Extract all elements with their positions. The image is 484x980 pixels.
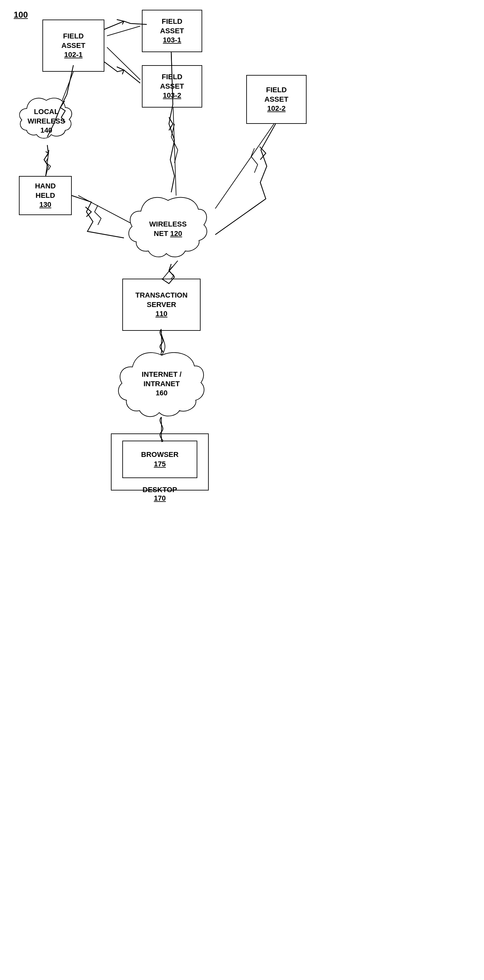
transaction-server-110-label: TRANSACTIONSERVER xyxy=(135,291,187,309)
internet-intranet-number: 160 xyxy=(142,388,181,398)
desktop-170-label: DESKTOP xyxy=(142,485,177,494)
hand-held-130-node: HANDHELD 130 xyxy=(19,176,72,215)
field-asset-103-1-number: 103-1 xyxy=(163,35,181,45)
field-asset-103-2-number: 103-2 xyxy=(163,91,181,100)
field-asset-102-1-node: FIELDASSET 102-1 xyxy=(42,19,104,72)
desktop-170-label-area: DESKTOP 170 xyxy=(116,485,204,503)
field-asset-102-2-number: 102-2 xyxy=(267,104,285,113)
local-wireless-number: 140 xyxy=(28,126,65,135)
internet-intranet-160-node: INTERNET /INTRANET 160 xyxy=(113,348,210,420)
desktop-170-outer xyxy=(111,433,209,490)
field-asset-102-2-node: FIELDASSET 102-2 xyxy=(246,75,307,124)
hand-held-130-label: HANDHELD xyxy=(35,181,56,200)
wireless-net-text: WIRELESSNET 120 xyxy=(149,220,187,238)
transaction-server-110-node: TRANSACTIONSERVER 110 xyxy=(122,278,201,331)
local-wireless-text: LOCALWIRELESS 140 xyxy=(28,107,65,135)
local-wireless-label: LOCALWIRELESS xyxy=(28,107,65,126)
svg-line-5 xyxy=(46,150,49,176)
local-wireless-140-node: LOCALWIRELESS 140 xyxy=(14,94,79,149)
internet-intranet-text: INTERNET /INTRANET 160 xyxy=(142,370,181,398)
svg-line-1 xyxy=(107,47,140,80)
field-asset-102-1-number: 102-1 xyxy=(64,50,83,60)
transaction-server-110-number: 110 xyxy=(156,309,168,319)
internet-intranet-label: INTERNET /INTRANET xyxy=(142,370,181,388)
field-asset-102-1-label: FIELDASSET xyxy=(61,32,85,50)
field-asset-103-1-node: FIELDASSET 103-1 xyxy=(142,10,202,52)
desktop-170-number: 170 xyxy=(154,494,166,502)
hand-held-130-number: 130 xyxy=(40,200,51,210)
wireless-net-label: WIRELESSNET 120 xyxy=(149,220,187,238)
field-asset-103-1-label: FIELDASSET xyxy=(160,17,184,35)
diagram-label: 100 xyxy=(14,10,28,20)
network-diagram: 100 xyxy=(0,0,484,980)
field-asset-102-2-label: FIELDASSET xyxy=(265,85,288,104)
field-asset-103-2-node: FIELDASSET 103-2 xyxy=(142,65,202,108)
wireless-net-120-node: WIRELESSNET 120 xyxy=(124,192,212,266)
field-asset-103-2-label: FIELDASSET xyxy=(160,72,184,91)
svg-line-3 xyxy=(215,124,274,208)
svg-line-0 xyxy=(107,26,140,36)
